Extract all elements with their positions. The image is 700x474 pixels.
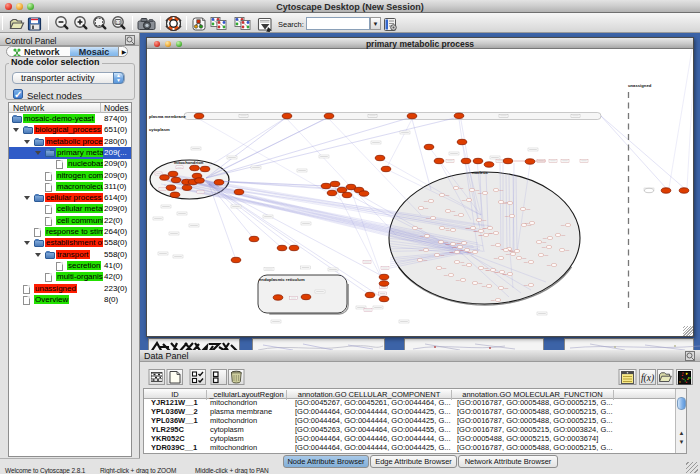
svg-text:endoplasmic reticulum: endoplasmic reticulum: [259, 277, 305, 282]
svg-text:plasma membrane: plasma membrane: [149, 114, 186, 119]
svg-text:unassigned: unassigned: [628, 83, 652, 88]
svg-text:f(x): f(x): [641, 373, 654, 384]
svg-text:cytoplasm: cytoplasm: [149, 127, 170, 132]
svg-text:nucleus: nucleus: [472, 170, 488, 175]
svg-text:mitochondrion: mitochondrion: [174, 160, 204, 165]
svg-text:1:1: 1:1: [116, 21, 121, 25]
